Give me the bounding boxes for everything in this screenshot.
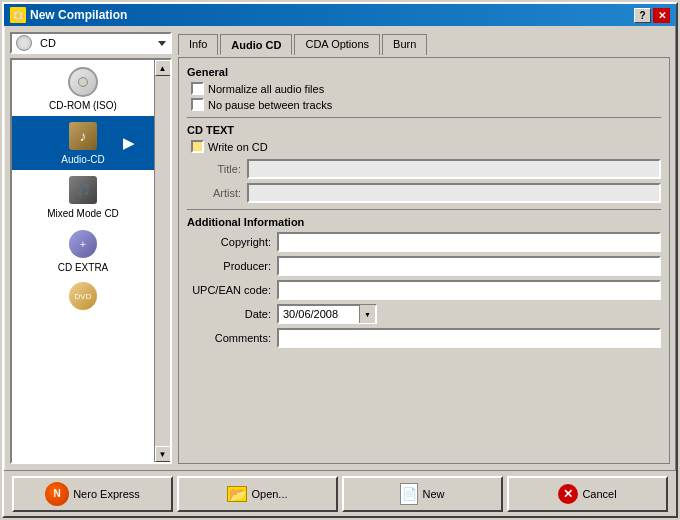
date-dropdown-button[interactable]: ▼ <box>359 305 375 323</box>
artist-field-label: Artist: <box>187 187 247 199</box>
date-input[interactable] <box>279 306 359 322</box>
nero-icon: N <box>45 482 69 506</box>
date-dropdown-arrow-icon: ▼ <box>364 311 371 318</box>
mixed-label: Mixed Mode CD <box>47 208 119 220</box>
audio-cd-label: Audio-CD <box>61 154 104 166</box>
divider-2 <box>187 209 661 210</box>
cd-icon <box>16 35 32 51</box>
title-field-label: Title: <box>187 163 247 175</box>
titlebar-left: 📀 New Compilation <box>10 7 127 23</box>
titlebar: 📀 New Compilation ? ✕ <box>4 4 676 26</box>
cdtext-section-title: CD TEXT <box>187 124 661 136</box>
list-item-cdrom[interactable]: CD-ROM (ISO) <box>12 62 154 116</box>
producer-input[interactable] <box>277 256 661 276</box>
help-button[interactable]: ? <box>634 8 651 23</box>
window-title: New Compilation <box>30 8 127 22</box>
producer-field-row: Producer: <box>187 256 661 276</box>
bottom-bar: N Nero Express 📂 Open... 📄 New ✕ Cancel <box>4 470 676 516</box>
upc-input[interactable] <box>277 280 661 300</box>
new-document-icon: 📄 <box>400 483 418 505</box>
open-label: Open... <box>251 488 287 500</box>
tab-info[interactable]: Info <box>178 34 218 55</box>
date-label: Date: <box>187 308 277 320</box>
tab-cda-options[interactable]: CDA Options <box>294 34 380 55</box>
selected-arrow-icon: ▶ <box>123 135 134 151</box>
write-on-cd-label: Write on CD <box>208 141 268 153</box>
titlebar-buttons: ? ✕ <box>634 8 670 23</box>
title-input[interactable] <box>247 159 661 179</box>
left-panel: CD CD-ROM (ISO) <box>10 32 172 464</box>
copyright-label: Copyright: <box>187 236 277 248</box>
producer-label: Producer: <box>187 260 277 272</box>
upc-label: UPC/EAN code: <box>187 284 277 296</box>
cd-type-dropdown[interactable]: CD <box>10 32 172 54</box>
comments-label: Comments: <box>187 332 277 344</box>
right-panel: Info Audio CD CDA Options Burn General N… <box>178 32 670 464</box>
cdrom-icon <box>67 66 99 98</box>
dropdown-value: CD <box>40 37 56 49</box>
list-items: CD-ROM (ISO) Audio-CD ▶ � <box>12 60 154 318</box>
normalize-checkbox-row: Normalize all audio files <box>191 82 661 95</box>
tab-burn[interactable]: Burn <box>382 34 427 55</box>
list-item-audio-cd[interactable]: Audio-CD ▶ <box>12 116 154 170</box>
audio-cd-icon <box>67 120 99 152</box>
list-item-mixed[interactable]: 🎵 Mixed Mode CD <box>12 170 154 224</box>
date-field-row: Date: ▼ <box>187 304 661 324</box>
artist-input[interactable] <box>247 183 661 203</box>
dropdown-arrow-icon <box>158 41 166 46</box>
no-pause-checkbox[interactable] <box>191 98 204 111</box>
open-folder-icon: 📂 <box>227 486 247 502</box>
cdextra-label: CD EXTRA <box>58 262 109 274</box>
list-item-dvd[interactable]: DVD <box>12 278 154 316</box>
comments-field-row: Comments: <box>187 328 661 348</box>
tab-audio-cd[interactable]: Audio CD <box>220 34 292 55</box>
nero-express-label: Nero Express <box>73 488 140 500</box>
cdextra-icon: + <box>67 228 99 260</box>
dropdown-container: CD <box>10 32 172 54</box>
cdrom-label: CD-ROM (ISO) <box>49 100 117 112</box>
nero-express-button[interactable]: N Nero Express <box>12 476 173 512</box>
copyright-input[interactable] <box>277 232 661 252</box>
date-input-container: ▼ <box>277 304 377 324</box>
main-window: 📀 New Compilation ? ✕ CD <box>2 2 678 518</box>
close-button[interactable]: ✕ <box>653 8 670 23</box>
scroll-up-button[interactable]: ▲ <box>155 60 171 76</box>
window-content: CD CD-ROM (ISO) <box>4 26 676 470</box>
new-label: New <box>422 488 444 500</box>
dvd-icon: DVD <box>67 280 99 312</box>
additional-section-title: Additional Information <box>187 216 661 228</box>
no-pause-label: No pause between tracks <box>208 99 332 111</box>
no-pause-checkbox-row: No pause between tracks <box>191 98 661 111</box>
copyright-field-row: Copyright: <box>187 232 661 252</box>
open-button[interactable]: 📂 Open... <box>177 476 338 512</box>
tab-bar: Info Audio CD CDA Options Burn <box>178 34 670 55</box>
write-on-cd-checkbox[interactable] <box>191 140 204 153</box>
cancel-label: Cancel <box>582 488 616 500</box>
list-scrollbar: ▲ ▼ <box>154 60 170 462</box>
normalize-label: Normalize all audio files <box>208 83 324 95</box>
upc-field-row: UPC/EAN code: <box>187 280 661 300</box>
cancel-icon: ✕ <box>558 484 578 504</box>
normalize-checkbox[interactable] <box>191 82 204 95</box>
list-item-cdextra[interactable]: + CD EXTRA <box>12 224 154 278</box>
general-section-title: General <box>187 66 661 78</box>
new-button[interactable]: 📄 New <box>342 476 503 512</box>
title-field-row: Title: <box>187 159 661 179</box>
divider-1 <box>187 117 661 118</box>
scroll-down-button[interactable]: ▼ <box>155 446 171 462</box>
cancel-button[interactable]: ✕ Cancel <box>507 476 668 512</box>
tab-content: General Normalize all audio files No pau… <box>178 57 670 464</box>
disc-type-list: CD-ROM (ISO) Audio-CD ▶ � <box>10 58 172 464</box>
titlebar-icon: 📀 <box>10 7 26 23</box>
comments-input[interactable] <box>277 328 661 348</box>
artist-field-row: Artist: <box>187 183 661 203</box>
mixed-icon: 🎵 <box>67 174 99 206</box>
